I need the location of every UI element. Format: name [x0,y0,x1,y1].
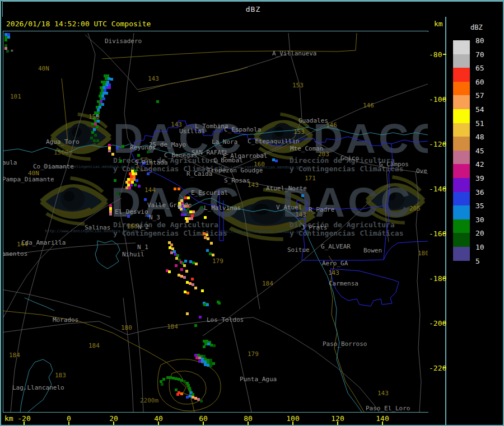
place-label: * [10,48,14,55]
place-label: C_Etepaquillin [248,138,300,145]
place-label: R_Caida [186,170,212,177]
route-label: 143 [328,269,339,277]
legend-value: 10 [475,243,484,251]
place-label: Los_Toldos [207,316,244,324]
legend-panel: dBZ 807065605754514845423936353020105 [446,17,504,425]
bottom-axis-tick [68,422,69,426]
route-label: 160 [254,161,265,168]
route-label: 146 [363,102,374,109]
legend-value: 20 [475,229,484,237]
place-label: S_Pintada [134,159,168,166]
legend-value: 51 [475,119,484,127]
legend-swatch [453,247,470,261]
place-label: J_Prats [301,224,327,231]
legend-swatch [453,178,470,192]
bottom-axis-tick [203,422,204,426]
legend-value: 45 [475,146,484,155]
bottom-axis-tick [382,422,383,426]
place-label: Lag.Llancanelo [12,384,64,391]
route-label: 40N [28,170,39,177]
legend-swatch [453,95,470,109]
legend-value: 54 [475,105,484,114]
route-label: 40N [38,65,49,72]
legend-swatch [453,205,470,219]
title-bar: dBZ [2,1,504,17]
route-label: 184 [9,352,20,359]
axis-unit-label: km [434,20,443,28]
place-label: Paso_El_Loro [366,405,410,412]
bottom-axis-unit: km [4,414,13,423]
route-label: 143 [148,75,159,82]
page-title: dBZ [246,5,260,13]
place-label: Punta_Agua [240,376,277,383]
place-label: Divisadero [105,38,142,45]
route-label: 153 [292,82,304,89]
place-label: La_Nora [212,138,237,146]
place-label: Morados [53,316,78,324]
legend-value: 65 [475,64,484,72]
route-label: 184 [167,323,178,330]
label-layer: DivisaderoA_Villanueva*Agua_ToroCo_Diama… [3,31,428,413]
legend-swatch [453,109,470,123]
elevation-label: 1500m [54,149,72,156]
place-label: A_Villanueva [272,50,316,57]
route-label: 144 [144,186,156,194]
legend-value: 30 [475,215,484,223]
route-label: 179 [248,350,259,358]
place-label: C_Benegas [164,152,198,159]
legend-value: 60 [475,77,484,86]
bottom-axis-tick [113,422,114,426]
route-label: 101 [10,93,21,100]
place-label: Co_Diamante [33,163,74,170]
place-label: N_1 [137,244,148,251]
legend-swatch [453,82,470,96]
legend-value: 70 [475,50,484,58]
legend-value: 5 [475,256,480,265]
bottom-axis-tick [292,422,293,426]
route-label: 180 [121,324,132,331]
bottom-axis-tick [24,422,25,426]
route-label: 143 [248,181,259,189]
route-label: 180 [418,250,428,257]
legend-value: 35 [475,202,484,210]
timestamp-label: 2026/01/18 14:52:00 UTC Composite [6,20,151,28]
route-label: 179 [212,258,223,265]
bottom-axis-tick [158,422,159,426]
legend-value: 36 [475,188,484,196]
route-label: 146 [326,121,337,129]
legend-value: 39 [475,174,484,182]
place-label: Valle_Grande [147,202,192,209]
route-label: 153 [293,128,305,135]
radar-app-window: dBZ 2026/01/18 14:52:00 UTC Composite km… [0,0,504,426]
place-label: amentos [3,250,27,258]
place-label: aula [3,159,17,166]
place-label: C_Bombal [213,157,243,164]
place-label: L_Tombina [195,123,228,130]
legend-value: 48 [475,133,484,141]
legend-swatch [453,233,470,247]
legend-swatch [453,123,470,137]
route-label: 171 [305,175,316,182]
place-label: R_Padre [309,206,334,213]
legend-swatch [453,137,470,151]
legend-swatch [453,219,470,233]
route-label: 144 [17,241,28,248]
legend-swatch [453,68,470,82]
legend-swatch [453,54,470,68]
legend-value: 80 [475,36,484,45]
legend-title: dBZ [470,24,483,31]
place-label: Aero_GA [322,260,348,267]
route-label: 205 [409,205,421,212]
route-label: 143 [171,121,182,128]
route-label: 143 [295,211,306,218]
route-label: 150 [88,113,100,120]
legend-swatch [453,151,470,165]
route-label: 143 [377,390,389,397]
route-label: 180 [127,223,138,230]
radar-map: DACCDACCDACCDACCDirección de Agricultura… [3,31,428,413]
place-label: Atuel_Norte [266,185,307,192]
place-label: C_Española [224,126,261,133]
place-label: N_2 [138,223,149,231]
legend-swatch [453,164,470,178]
bottom-axis-tick [248,422,249,426]
